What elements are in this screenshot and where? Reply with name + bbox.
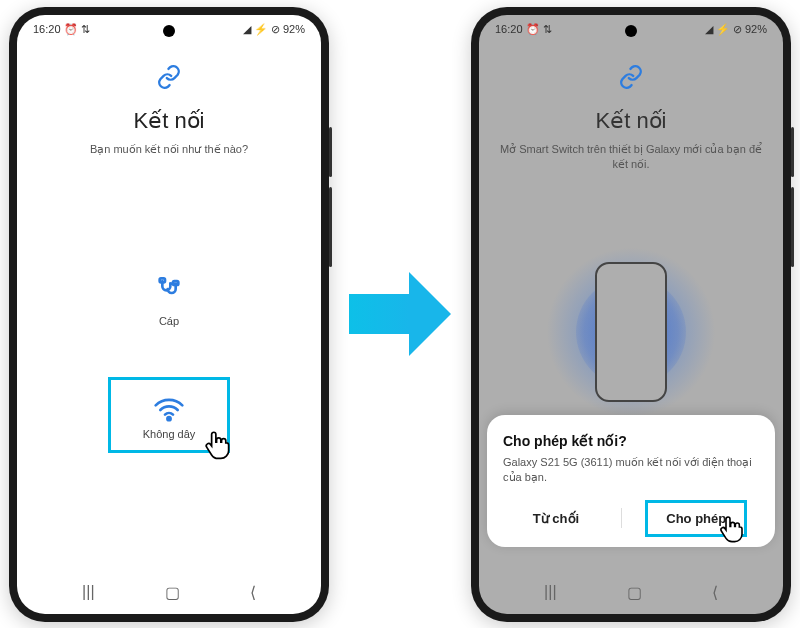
decline-button[interactable]: Từ chối	[515, 503, 597, 534]
dialog-title: Cho phép kết nối?	[503, 433, 759, 449]
page-title: Kết nối	[595, 108, 666, 134]
wifi-icon	[153, 394, 185, 422]
nav-home[interactable]: ▢	[627, 583, 642, 602]
svg-point-2	[167, 417, 170, 420]
phone-side-button	[329, 187, 332, 267]
status-icons-right: ◢ ⚡ ⊘	[705, 23, 742, 36]
nav-recent[interactable]: |||	[544, 583, 556, 602]
phone-side-button	[791, 187, 794, 267]
allow-button[interactable]: Cho phép	[645, 500, 747, 537]
nav-back[interactable]: ⟨	[712, 583, 718, 602]
front-camera	[163, 25, 175, 37]
page-subtitle: Mở Smart Switch trên thiết bị Galaxy mới…	[499, 142, 763, 173]
front-camera	[625, 25, 637, 37]
permission-dialog: Cho phép kết nối? Galaxy S21 5G (3611) m…	[487, 415, 775, 547]
phone-outline-icon	[595, 262, 667, 402]
status-time: 16:20	[33, 23, 61, 35]
option-wireless-label: Không dây	[143, 428, 196, 440]
screen-right: 16:20 ⏰ ⇅ ◢ ⚡ ⊘ 92% Kết nối Mở Smart Swi…	[479, 15, 783, 614]
allow-button-label: Cho phép	[666, 511, 726, 526]
nav-bar: ||| ▢ ⟨	[17, 577, 321, 608]
nav-home[interactable]: ▢	[165, 583, 180, 602]
phone-side-button	[791, 127, 794, 177]
status-time: 16:20	[495, 23, 523, 35]
nav-back[interactable]: ⟨	[250, 583, 256, 602]
option-cable[interactable]: Cáp	[153, 277, 185, 327]
cable-icon	[153, 277, 185, 309]
screen-left: 16:20 ⏰ ⇅ ◢ ⚡ ⊘ 92% Kết nối Bạn muốn kết…	[17, 15, 321, 614]
dialog-separator	[621, 508, 622, 528]
status-icons-left: ⏰ ⇅	[64, 23, 90, 36]
status-icons-right: ◢ ⚡ ⊘	[243, 23, 280, 36]
page-subtitle: Bạn muốn kết nối như thế nào?	[90, 142, 248, 157]
status-battery: 92%	[283, 23, 305, 35]
hand-cursor-icon	[201, 428, 235, 466]
phone-side-button	[329, 127, 332, 177]
link-icon	[618, 64, 644, 94]
page-title: Kết nối	[133, 108, 204, 134]
option-wireless[interactable]: Không dây	[108, 377, 231, 453]
device-radar	[541, 242, 721, 422]
nav-bar: ||| ▢ ⟨	[479, 577, 783, 608]
status-battery: 92%	[745, 23, 767, 35]
arrow-icon	[349, 272, 451, 356]
dialog-body: Galaxy S21 5G (3611) muốn kết nối với đi…	[503, 455, 759, 486]
status-icons-left: ⏰ ⇅	[526, 23, 552, 36]
option-cable-label: Cáp	[159, 315, 179, 327]
phone-right: 16:20 ⏰ ⇅ ◢ ⚡ ⊘ 92% Kết nối Mở Smart Swi…	[471, 7, 791, 622]
nav-recent[interactable]: |||	[82, 583, 94, 602]
link-icon	[156, 64, 182, 94]
phone-left: 16:20 ⏰ ⇅ ◢ ⚡ ⊘ 92% Kết nối Bạn muốn kết…	[9, 7, 329, 622]
